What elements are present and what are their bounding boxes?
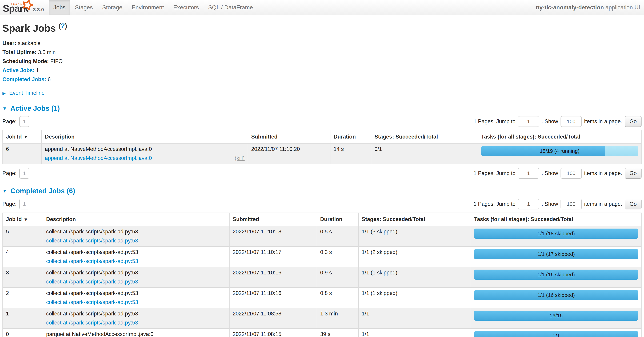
column-header-label: Description xyxy=(46,216,76,222)
job-stages-cell: 0/1 xyxy=(371,143,478,164)
show-text: . Show xyxy=(542,201,558,207)
column-header-job-id[interactable]: Job Id▼ xyxy=(2,213,43,226)
job-detail-link[interactable]: collect at /spark-scripts/spark-ad.py:53 xyxy=(46,258,138,264)
column-header-tasks-for-all-stages-[interactable]: Tasks (for all stages): Succeeded/Total xyxy=(471,213,642,226)
column-header-label: Description xyxy=(45,134,74,140)
go-button[interactable]: Go xyxy=(625,168,642,179)
help-sup: (?) xyxy=(58,22,67,29)
column-header-submitted[interactable]: Submitted xyxy=(248,130,330,143)
column-header-job-id[interactable]: Job Id▼ xyxy=(2,130,42,143)
application-title: ny-tlc-anomaly-detection application UI xyxy=(536,0,644,15)
job-tasks-cell: 1/1 (16 skipped) xyxy=(471,267,642,288)
page-number-input[interactable] xyxy=(19,199,30,209)
tab-executors[interactable]: Executors xyxy=(169,0,204,15)
job-row: 4collect at /spark-scripts/spark-ad.py:5… xyxy=(2,247,642,267)
pages-count-text: 1 Pages. Jump to xyxy=(474,201,516,207)
tab-environment[interactable]: Environment xyxy=(127,0,168,15)
application-name: ny-tlc-anomaly-detection xyxy=(536,4,604,11)
completed-jobs-section-header[interactable]: ▼ Completed Jobs (6) xyxy=(2,187,642,195)
tasks-progress-label: 1/1 (17 skipped) xyxy=(474,249,638,259)
summary-value: 1 xyxy=(36,67,39,73)
job-detail-link[interactable]: collect at /spark-scripts/spark-ad.py:53 xyxy=(46,299,138,305)
column-header-submitted[interactable]: Submitted xyxy=(230,213,317,226)
page-number-input[interactable] xyxy=(19,168,30,179)
job-description-text: collect at /spark-scripts/spark-ad.py:53 xyxy=(46,290,226,296)
page-title: Spark Jobs (?) xyxy=(2,22,642,34)
summary-label: Total Uptime: xyxy=(2,49,36,55)
jump-to-page-input[interactable] xyxy=(518,168,539,179)
job-description-text: collect at /spark-scripts/spark-ad.py:53 xyxy=(46,270,226,276)
job-summary: User: stackableTotal Uptime: 3.0 minSche… xyxy=(2,40,642,83)
active-jobs-section-header[interactable]: ▼ Active Jobs (1) xyxy=(2,104,642,112)
kill-job-link[interactable]: (kill) xyxy=(235,155,245,161)
job-duration-cell: 39 s xyxy=(317,329,358,337)
summary-line: Completed Jobs: 6 xyxy=(2,76,642,83)
job-description-line2: collect at /spark-scripts/spark-ad.py:53 xyxy=(46,258,226,264)
column-header-description[interactable]: Description xyxy=(43,213,230,226)
tasks-progress-label: 15/19 (4 running) xyxy=(481,146,638,156)
tab-sql-dataframe[interactable]: SQL / DataFrame xyxy=(204,0,258,15)
active-table-top-pagination: Page:1 Pages. Jump to. Showitems in a pa… xyxy=(2,116,642,127)
job-duration-cell: 0.8 s xyxy=(317,288,358,308)
go-button[interactable]: Go xyxy=(625,199,642,209)
job-duration-cell: 0.3 s xyxy=(317,247,358,267)
spark-logo: APACHE Spark xyxy=(2,0,31,15)
expanded-arrow-icon: ▼ xyxy=(2,106,7,111)
pagination-right: 1 Pages. Jump to. Showitems in a page.Go xyxy=(474,168,642,179)
summary-link-label[interactable]: Completed Jobs: xyxy=(2,76,46,82)
show-text: . Show xyxy=(542,170,558,176)
job-description-line2: collect at /spark-scripts/spark-ad.py:53 xyxy=(46,299,226,305)
nav-tabs: JobsStagesStorageEnvironmentExecutorsSQL… xyxy=(49,0,258,15)
jump-to-page-input[interactable] xyxy=(518,116,539,127)
help-link[interactable]: ? xyxy=(61,22,65,29)
column-header-duration[interactable]: Duration xyxy=(330,130,371,143)
column-header-stages[interactable]: Stages: Succeeded/Total xyxy=(358,213,471,226)
job-description-line2: append at NativeMethodAccessorImpl.java:… xyxy=(45,155,244,161)
job-tasks-cell: 16/16 xyxy=(471,308,642,329)
tab-jobs[interactable]: Jobs xyxy=(49,0,70,15)
items-per-page-input[interactable] xyxy=(560,116,582,127)
items-per-page-input[interactable] xyxy=(560,199,582,209)
summary-link-label[interactable]: Active Jobs: xyxy=(2,67,34,73)
job-duration-cell: 1.3 min xyxy=(317,308,358,329)
job-detail-link[interactable]: collect at /spark-scripts/spark-ad.py:53 xyxy=(46,238,138,244)
page-number-input[interactable] xyxy=(19,116,30,127)
job-id-cell: 0 xyxy=(2,329,43,337)
tasks-progress-bar: 1/1 (16 skipped) xyxy=(474,290,638,300)
page-title-text: Spark Jobs xyxy=(2,22,56,34)
summary-value: stackable xyxy=(18,40,40,46)
job-submitted-cell: 2022/11/07 11:10:20 xyxy=(248,143,330,164)
job-detail-link[interactable]: collect at /spark-scripts/spark-ad.py:53 xyxy=(46,320,138,326)
pagination-left: Page: xyxy=(2,199,30,209)
job-duration-cell: 0.5 s xyxy=(317,226,358,247)
column-header-stages[interactable]: Stages: Succeeded/Total xyxy=(371,130,478,143)
job-description-text: append at NativeMethodAccessorImpl.java:… xyxy=(45,146,244,152)
pagination-left: Page: xyxy=(2,116,30,127)
job-row: 3collect at /spark-scripts/spark-ad.py:5… xyxy=(2,267,642,288)
job-detail-link[interactable]: append at NativeMethodAccessorImpl.java:… xyxy=(45,155,152,161)
event-timeline-toggle[interactable]: ▶ Event Timeline xyxy=(2,90,642,96)
go-button[interactable]: Go xyxy=(625,116,642,127)
job-row: 0parquet at NativeMethodAccessorImpl.jav… xyxy=(2,329,642,337)
job-id-cell: 2 xyxy=(2,288,43,308)
tab-storage[interactable]: Storage xyxy=(98,0,127,15)
job-row: 2collect at /spark-scripts/spark-ad.py:5… xyxy=(2,288,642,308)
column-header-tasks-for-all-stages-[interactable]: Tasks (for all stages): Succeeded/Total xyxy=(478,130,642,143)
spark-star-icon xyxy=(22,0,33,10)
active-jobs-table: Job Id▼DescriptionSubmittedDurationStage… xyxy=(2,130,642,164)
pages-count-text: 1 Pages. Jump to xyxy=(474,170,516,176)
column-header-description[interactable]: Description xyxy=(42,130,248,143)
items-per-page-input[interactable] xyxy=(560,168,582,179)
column-header-duration[interactable]: Duration xyxy=(317,213,358,226)
column-header-label: Submitted xyxy=(251,134,278,140)
summary-value: 3.0 min xyxy=(38,49,56,55)
summary-line: Total Uptime: 3.0 min xyxy=(2,49,642,56)
pagination-left: Page: xyxy=(2,168,30,179)
job-stages-cell: 1/1 xyxy=(358,308,471,329)
job-tasks-cell: 1/1 (17 skipped) xyxy=(471,247,642,267)
tab-stages[interactable]: Stages xyxy=(70,0,98,15)
job-detail-link[interactable]: collect at /spark-scripts/spark-ad.py:53 xyxy=(46,279,138,285)
job-submitted-cell: 2022/11/07 11:10:16 xyxy=(230,267,317,288)
jump-to-page-input[interactable] xyxy=(518,199,539,209)
column-header-label: Submitted xyxy=(233,216,259,222)
